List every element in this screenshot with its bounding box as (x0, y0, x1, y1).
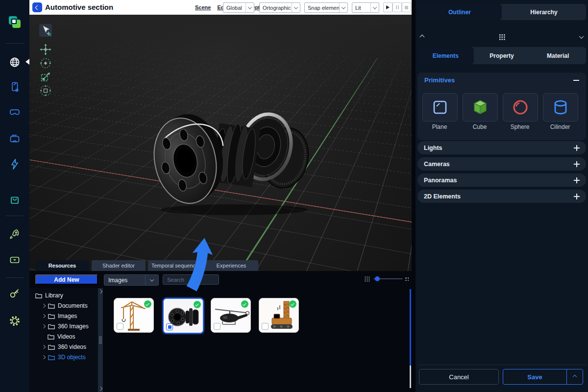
sidebar-item-actions[interactable] (7, 157, 22, 172)
folder-icon (48, 344, 55, 350)
sidebar-item-web[interactable] (7, 55, 22, 70)
logo-icon (7, 15, 22, 29)
grid-small-icon[interactable] (365, 276, 370, 282)
asset-checkbox[interactable] (262, 323, 269, 330)
tab-outliner[interactable]: Outliner (417, 4, 502, 20)
sidebar-item-vr-headset[interactable] (7, 131, 22, 146)
vr-headset-icon (8, 132, 21, 145)
check-icon (146, 302, 149, 306)
viewport-3d[interactable] (29, 15, 412, 271)
menu-item-scene[interactable]: Scene (195, 4, 211, 10)
tab-resources-label: Resources (49, 263, 76, 269)
add-new-button[interactable]: Add New (35, 274, 98, 285)
chevron-down-icon[interactable] (579, 34, 584, 39)
section-cameras[interactable]: Cameras (417, 157, 586, 171)
move-tool-icon (39, 43, 52, 56)
scale-tool-button[interactable] (39, 71, 52, 83)
asset-type-select[interactable]: Images (104, 274, 159, 286)
tree-item-images[interactable]: Images (42, 313, 77, 319)
panel-scrollbar-thumb[interactable] (410, 366, 411, 388)
stop-button[interactable] (402, 2, 411, 12)
transform-tool-button[interactable] (39, 84, 52, 97)
check-icon (243, 302, 246, 306)
primitive-sphere-button[interactable] (503, 93, 538, 122)
save-button[interactable]: Save (503, 369, 566, 384)
asset-card-tower-crane[interactable] (114, 298, 154, 333)
grid-large-icon[interactable] (405, 277, 409, 281)
play-button[interactable] (383, 2, 392, 12)
asset-checkbox[interactable] (117, 323, 123, 330)
folder-icon (48, 303, 55, 309)
app-logo[interactable] (7, 15, 22, 29)
select-tool-button[interactable] (39, 24, 52, 37)
pause-button[interactable] (392, 2, 402, 12)
check-icon (195, 302, 199, 306)
rotate-tool-icon (39, 57, 52, 70)
snap-select[interactable]: Snap elements (304, 2, 348, 13)
tab-material-label: Material (547, 52, 569, 59)
back-button[interactable] (32, 2, 42, 12)
tab-shader-editor-label: Shader editor (102, 263, 135, 269)
tree-item-360-videos[interactable]: 360 videos (42, 343, 86, 350)
grid-dots-icon[interactable] (499, 34, 505, 40)
panel-scrollbar-accent[interactable] (410, 289, 411, 366)
section-lights[interactable]: Lights (417, 141, 586, 154)
pause-icon (396, 5, 399, 9)
sidebar-item-ar-glasses[interactable] (7, 105, 22, 120)
plane-icon (430, 98, 450, 117)
asset-card-helicopter[interactable] (211, 298, 251, 333)
tab-material[interactable]: Material (530, 47, 586, 64)
projection-value: Ortographic (260, 5, 292, 11)
asset-checkbox-checked[interactable] (166, 323, 173, 330)
projection-select[interactable]: Ortographic (259, 2, 300, 13)
folder-icon (35, 293, 42, 298)
chevron-up-icon[interactable] (420, 34, 425, 39)
asset-card-drilling-rig[interactable] (259, 298, 299, 333)
primitive-plane-button[interactable] (422, 93, 458, 122)
sidebar-item-settings[interactable] (7, 314, 22, 328)
collapse-minus-icon[interactable] (573, 80, 579, 81)
move-tool-button[interactable] (39, 43, 52, 56)
primitives-section: Primitives Plane Cube (417, 73, 586, 140)
sidebar-item-access-keys[interactable] (7, 286, 22, 300)
tab-elements[interactable]: Elements (417, 47, 474, 64)
tree-splitter[interactable] (98, 288, 103, 392)
tab-hierarchy[interactable]: Hierarchy (502, 4, 586, 20)
main-sidebar (0, 0, 30, 392)
save-options-button[interactable] (566, 369, 583, 384)
tree-item-videos[interactable]: Videos (48, 333, 75, 340)
drag-grip-icon (99, 336, 102, 344)
cancel-button[interactable]: Cancel (419, 369, 499, 385)
tree-root-library[interactable]: Library (35, 292, 63, 299)
settings-gear-icon (8, 315, 21, 327)
tab-property[interactable]: Property (474, 47, 530, 64)
tree-item-3d-objects[interactable]: 3D objects (42, 354, 86, 361)
sidebar-item-wallet[interactable] (7, 252, 22, 267)
chevron-down-icon (294, 5, 298, 9)
tree-item-documents[interactable]: Documents (42, 302, 88, 309)
section-2d-elements[interactable]: 2D Elements (417, 190, 586, 203)
chevron-right-icon (42, 355, 46, 359)
tab-resources[interactable]: Resources (35, 260, 89, 271)
section-panoramas[interactable]: Panoramas (417, 173, 586, 187)
primitive-cylinder-button[interactable] (543, 93, 578, 122)
model-3d-machined-coupling[interactable] (146, 97, 310, 216)
chevron-right-icon (42, 324, 46, 328)
coordinate-space-select[interactable]: Global (223, 2, 254, 13)
shading-select[interactable]: Lit (352, 2, 379, 13)
asset-card-machined-coupling[interactable] (163, 298, 204, 334)
sidebar-item-store[interactable] (7, 192, 22, 207)
rotate-tool-button[interactable] (39, 57, 52, 70)
transform-tool-icon (39, 84, 52, 97)
chevron-right-icon (98, 387, 102, 391)
sidebar-item-launch[interactable] (7, 227, 22, 242)
app-window: Automotive section Scene Edit Add Option… (0, 0, 588, 392)
tool-corner-flag (49, 33, 51, 36)
tree-item-360-images[interactable]: 360 Images (42, 323, 89, 330)
globe-icon (8, 56, 21, 69)
slider-handle[interactable] (375, 276, 380, 281)
asset-checkbox[interactable] (214, 323, 220, 330)
sidebar-item-mobile[interactable] (7, 79, 22, 94)
tab-shader-editor[interactable]: Shader editor (92, 260, 146, 271)
primitive-cube-button[interactable] (463, 93, 498, 122)
